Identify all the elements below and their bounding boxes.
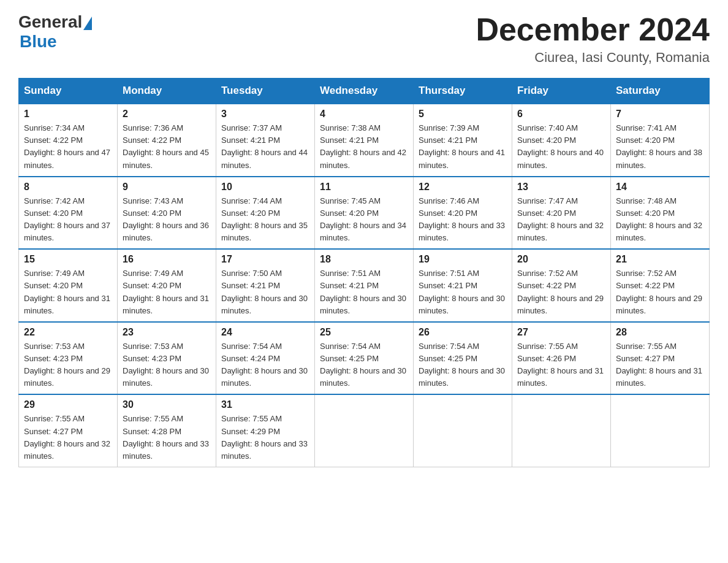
sunset-label: Sunset: 4:20 PM [320,209,379,218]
sunrise-label: Sunrise: 7:42 AM [24,196,85,205]
calendar-day-cell: 5 Sunrise: 7:39 AM Sunset: 4:21 PM Dayli… [414,104,512,177]
day-number: 24 [221,327,309,338]
sunset-label: Sunset: 4:20 PM [419,209,477,218]
day-info: Sunrise: 7:34 AM Sunset: 4:22 PM Dayligh… [24,122,112,172]
sunrise-label: Sunrise: 7:47 AM [517,196,578,205]
calendar-day-cell: 12 Sunrise: 7:46 AM Sunset: 4:20 PM Dayl… [414,177,512,250]
day-of-week-header: Sunday [19,79,118,104]
calendar-day-cell: 6 Sunrise: 7:40 AM Sunset: 4:20 PM Dayli… [512,104,611,177]
daylight-label: Daylight: 8 hours and 32 minutes. [616,221,702,242]
calendar-day-cell: 19 Sunrise: 7:51 AM Sunset: 4:21 PM Dayl… [414,249,512,322]
daylight-label: Daylight: 8 hours and 31 minutes. [517,366,604,388]
calendar-day-cell: 30 Sunrise: 7:55 AM Sunset: 4:28 PM Dayl… [118,394,216,467]
daylight-label: Daylight: 8 hours and 29 minutes. [24,366,110,388]
day-info: Sunrise: 7:37 AM Sunset: 4:21 PM Dayligh… [221,122,309,172]
calendar-day-cell: 4 Sunrise: 7:38 AM Sunset: 4:21 PM Dayli… [315,104,414,177]
day-info: Sunrise: 7:49 AM Sunset: 4:20 PM Dayligh… [123,267,211,317]
day-info: Sunrise: 7:43 AM Sunset: 4:20 PM Dayligh… [123,195,211,245]
day-number: 10 [221,182,309,193]
day-number: 20 [517,254,605,265]
sunset-label: Sunset: 4:22 PM [123,136,181,145]
sunrise-label: Sunrise: 7:55 AM [221,414,282,423]
sunrise-label: Sunrise: 7:53 AM [24,342,85,351]
calendar-day-cell: 7 Sunrise: 7:41 AM Sunset: 4:20 PM Dayli… [611,104,710,177]
calendar-day-cell: 2 Sunrise: 7:36 AM Sunset: 4:22 PM Dayli… [118,104,216,177]
daylight-label: Daylight: 8 hours and 45 minutes. [123,148,209,169]
daylight-label: Daylight: 8 hours and 32 minutes. [517,221,604,242]
sunrise-label: Sunrise: 7:55 AM [517,342,578,351]
day-of-week-header: Tuesday [216,79,315,104]
day-number: 26 [419,327,507,338]
sunrise-label: Sunrise: 7:54 AM [419,342,479,351]
day-info: Sunrise: 7:55 AM Sunset: 4:29 PM Dayligh… [221,413,309,462]
sunrise-label: Sunrise: 7:55 AM [24,414,85,423]
day-number: 11 [320,182,408,193]
day-info: Sunrise: 7:54 AM Sunset: 4:25 PM Dayligh… [320,340,408,390]
sunrise-label: Sunrise: 7:44 AM [221,196,282,205]
day-info: Sunrise: 7:36 AM Sunset: 4:22 PM Dayligh… [123,122,211,172]
day-number: 27 [517,327,605,338]
calendar-week-row: 29 Sunrise: 7:55 AM Sunset: 4:27 PM Dayl… [19,394,710,467]
day-info: Sunrise: 7:40 AM Sunset: 4:20 PM Dayligh… [517,122,605,172]
day-number: 6 [517,109,605,120]
sunset-label: Sunset: 4:25 PM [419,354,477,363]
day-number: 7 [616,109,704,120]
daylight-label: Daylight: 8 hours and 47 minutes. [24,148,110,169]
daylight-label: Daylight: 8 hours and 44 minutes. [221,148,308,169]
day-info: Sunrise: 7:38 AM Sunset: 4:21 PM Dayligh… [320,122,408,172]
day-info: Sunrise: 7:39 AM Sunset: 4:21 PM Dayligh… [419,122,507,172]
sunrise-label: Sunrise: 7:43 AM [123,196,183,205]
calendar-day-cell: 26 Sunrise: 7:54 AM Sunset: 4:25 PM Dayl… [414,322,512,395]
daylight-label: Daylight: 8 hours and 40 minutes. [517,148,604,169]
daylight-label: Daylight: 8 hours and 33 minutes. [221,439,308,461]
calendar-day-cell: 9 Sunrise: 7:43 AM Sunset: 4:20 PM Dayli… [118,177,216,250]
calendar-day-cell: 18 Sunrise: 7:51 AM Sunset: 4:21 PM Dayl… [315,249,414,322]
calendar-day-cell: 25 Sunrise: 7:54 AM Sunset: 4:25 PM Dayl… [315,322,414,395]
calendar-day-cell: 11 Sunrise: 7:45 AM Sunset: 4:20 PM Dayl… [315,177,414,250]
calendar-day-cell: 21 Sunrise: 7:52 AM Sunset: 4:22 PM Dayl… [611,249,710,322]
daylight-label: Daylight: 8 hours and 42 minutes. [320,148,406,169]
calendar-day-cell [315,394,414,467]
day-info: Sunrise: 7:53 AM Sunset: 4:23 PM Dayligh… [123,340,211,390]
calendar-day-cell: 17 Sunrise: 7:50 AM Sunset: 4:21 PM Dayl… [216,249,315,322]
day-info: Sunrise: 7:46 AM Sunset: 4:20 PM Dayligh… [419,195,507,245]
daylight-label: Daylight: 8 hours and 30 minutes. [419,294,505,315]
day-number: 19 [419,254,507,265]
sunrise-label: Sunrise: 7:51 AM [320,269,381,278]
calendar-day-cell: 10 Sunrise: 7:44 AM Sunset: 4:20 PM Dayl… [216,177,315,250]
day-number: 15 [24,254,112,265]
sunrise-label: Sunrise: 7:46 AM [419,196,479,205]
sunrise-label: Sunrise: 7:55 AM [123,414,183,423]
daylight-label: Daylight: 8 hours and 35 minutes. [221,221,308,242]
sunrise-label: Sunrise: 7:49 AM [123,269,183,278]
day-number: 21 [616,254,704,265]
calendar-day-cell: 16 Sunrise: 7:49 AM Sunset: 4:20 PM Dayl… [118,249,216,322]
calendar-header-row: SundayMondayTuesdayWednesdayThursdayFrid… [19,79,710,104]
sunrise-label: Sunrise: 7:51 AM [419,269,479,278]
day-number: 8 [24,182,112,193]
daylight-label: Daylight: 8 hours and 41 minutes. [419,148,505,169]
location-text: Ciurea, Iasi County, Romania [476,50,710,66]
title-section: December 2024 Ciurea, Iasi County, Roman… [476,12,710,66]
sunset-label: Sunset: 4:20 PM [517,209,576,218]
day-info: Sunrise: 7:54 AM Sunset: 4:24 PM Dayligh… [221,340,309,390]
calendar-day-cell [611,394,710,467]
calendar-day-cell: 23 Sunrise: 7:53 AM Sunset: 4:23 PM Dayl… [118,322,216,395]
calendar-day-cell: 3 Sunrise: 7:37 AM Sunset: 4:21 PM Dayli… [216,104,315,177]
daylight-label: Daylight: 8 hours and 34 minutes. [320,221,406,242]
day-info: Sunrise: 7:55 AM Sunset: 4:26 PM Dayligh… [517,340,605,390]
day-number: 1 [24,109,112,120]
daylight-label: Daylight: 8 hours and 30 minutes. [221,366,308,388]
sunset-label: Sunset: 4:20 PM [24,209,83,218]
sunrise-label: Sunrise: 7:38 AM [320,123,381,132]
sunrise-label: Sunrise: 7:54 AM [221,342,282,351]
day-info: Sunrise: 7:44 AM Sunset: 4:20 PM Dayligh… [221,195,309,245]
day-number: 4 [320,109,408,120]
calendar-day-cell: 20 Sunrise: 7:52 AM Sunset: 4:22 PM Dayl… [512,249,611,322]
day-info: Sunrise: 7:54 AM Sunset: 4:25 PM Dayligh… [419,340,507,390]
daylight-label: Daylight: 8 hours and 30 minutes. [320,366,406,388]
daylight-label: Daylight: 8 hours and 33 minutes. [123,439,209,461]
daylight-label: Daylight: 8 hours and 32 minutes. [24,439,110,461]
day-number: 31 [221,399,309,410]
day-info: Sunrise: 7:42 AM Sunset: 4:20 PM Dayligh… [24,195,112,245]
